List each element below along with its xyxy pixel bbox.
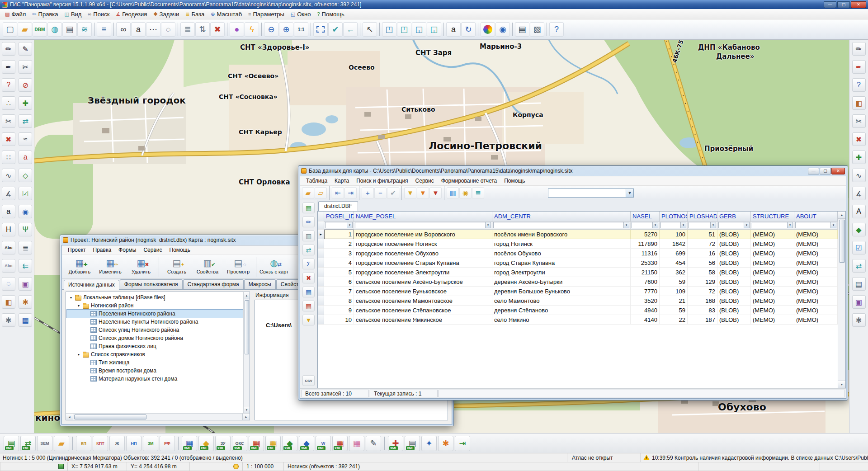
maximize-button[interactable]: ▢ [837,1,850,8]
tree-item[interactable]: Права физических лиц [67,342,250,350]
scroll-up-icon[interactable]: ▴ [244,292,250,299]
r-text-icon[interactable]: A [852,205,866,218]
view-ne-icon[interactable]: ◳ [382,22,396,37]
scale-indicator[interactable]: 1 : 100 000 [242,462,284,471]
menu-item-tasks[interactable]: ✱Задачи [150,10,182,19]
zoom-out-icon[interactable]: ⊖ [264,22,278,37]
add-record-icon[interactable]: + [362,187,374,199]
r-cut-icon[interactable]: ✂ [852,114,866,128]
filter-combobox[interactable]: ▾ [752,222,793,228]
menu-item[interactable]: Формы [115,246,139,254]
pointer-icon[interactable]: ↖ [363,22,377,37]
expander-icon[interactable]: ▾ [69,296,73,300]
clear-selection-icon[interactable]: ✖ [210,22,225,37]
delete-object-icon[interactable]: ✖ [2,132,15,146]
first-record-icon[interactable]: ⇤ [332,187,344,199]
tree-item[interactable]: ▾Список справочников [67,350,250,358]
scale-1-1-icon[interactable]: 1:1 [294,22,308,37]
notes-icon[interactable]: ✎ [366,436,381,451]
table-row[interactable]: 2городское поселение Ногинскгород Ногинс… [318,239,845,249]
new-map-icon[interactable]: ▢ [3,22,17,37]
layers-icon[interactable]: ≋ [77,22,92,37]
refresh-icon[interactable]: ↻ [461,22,476,37]
view-nw-icon[interactable]: ◰ [397,22,411,37]
tab-2[interactable]: Стандартная форма [183,279,244,289]
menu-item[interactable]: Поиск и фильтрация [353,177,411,185]
close-table-icon[interactable]: ▱ [315,187,327,199]
menu-item-options[interactable]: ≡Параметры [245,10,288,19]
add-object-icon[interactable]: ✚ [19,96,32,110]
menu-item-file[interactable]: ▤Файл [2,10,29,19]
delete-record-icon[interactable]: − [374,187,387,199]
quick-task-icon[interactable]: ϟ [245,22,259,37]
label-text-icon[interactable]: a [446,22,461,37]
r-pen-red-icon[interactable]: ✒ [852,60,866,74]
scroll-down-icon[interactable]: ▾ [838,381,845,388]
tree-item[interactable]: Населенные пункты Ногинского района [67,318,250,326]
open-database-icon[interactable]: DBM [33,22,47,37]
sem-editor-icon[interactable]: SEM [37,436,52,451]
color-search-icon[interactable]: ◉ [495,22,510,37]
filter-combobox[interactable]: ▾ [493,222,629,228]
tree-item[interactable]: Материал наружных стен дома [67,375,250,383]
properties-button[interactable]: ▥✔Свойства [193,256,222,278]
tree-item[interactable]: ▾Локальные таблицы [dBase files] [67,293,250,301]
image-icon[interactable]: ▣ [19,277,32,291]
filter-combobox[interactable]: ▾ [718,222,750,228]
print-region-icon[interactable]: ▧ [530,22,544,37]
oks-xml-icon[interactable]: ОКСXML [232,436,247,451]
column-header-adm_centr[interactable]: ADM_CENTR [492,212,631,221]
db-window-titlebar[interactable]: База данных для карты - C:\Users\Public\… [300,166,846,176]
menu-item-scale[interactable]: ⊕Масштаб [208,10,245,19]
table-row[interactable]: 3городское поселение Обуховопосёлок Обух… [318,249,845,258]
r-add-icon[interactable]: ✚ [852,151,866,164]
db-close-button[interactable]: ✕ [831,168,845,174]
tree-item[interactable]: Список домов Ногинского района [67,334,250,342]
object-list-icon[interactable]: ≣ [180,22,195,37]
tree-vertical-scrollbar[interactable]: ▴ ▾ [243,292,250,413]
menu-item-edit[interactable]: ✏Правка [29,10,61,19]
delete-button[interactable]: ▦✖Удалить [126,256,156,278]
menu-item[interactable]: Карта [331,177,352,185]
tab-0[interactable]: Источники данных [64,280,119,290]
table-edit-icon[interactable]: ✏ [302,217,315,227]
table-sum-icon[interactable]: Σ [302,259,315,269]
edit-button[interactable]: ▦✏Изменить [95,256,125,278]
kpt-icon[interactable]: КПТ [93,436,108,451]
r-angle-icon[interactable]: ∡ [852,187,866,200]
tab-1[interactable]: Формы пользователя [120,279,183,289]
menu-item-search[interactable]: ∞Поиск [85,10,113,19]
legend-icon[interactable]: ≡ [97,22,111,37]
r-check-icon[interactable]: ☑ [852,241,866,254]
columns-icon[interactable]: ▥ [447,187,459,199]
cut-object-icon[interactable]: ✂ [2,114,15,128]
cut2-icon[interactable]: ✂ [19,60,32,74]
compass-icon[interactable]: ✦ [421,436,437,451]
undo-selection-icon[interactable]: ← [343,22,358,37]
r-pencil-icon[interactable]: ✏ [852,42,866,56]
check-grid-icon[interactable]: ☑ [19,187,32,200]
view-se-icon[interactable]: ◲ [427,22,441,37]
print-map-icon[interactable]: ▤ [515,22,529,37]
print-icon[interactable]: ▤ [62,22,77,37]
scrollbar-thumb[interactable] [74,414,146,419]
r-image-icon[interactable]: ▣ [852,295,866,309]
menu-item-geodesy[interactable]: ∡Геодезия [113,10,150,19]
expander-icon[interactable]: ▾ [76,304,81,308]
table-row[interactable]: 8сельское поселение Мамонтовскоесело Мам… [318,296,845,306]
scrollbar-thumb[interactable] [245,300,249,354]
medical-xml-icon[interactable]: ✚XML [388,436,403,451]
scroll-up-icon[interactable]: ▴ [838,212,845,219]
xml-parcel-icon[interactable]: ◆XML [198,436,214,451]
w-xml-icon[interactable]: WXML [316,436,331,451]
table-row[interactable]: 4городское поселение Старая Купавнагород… [318,258,845,268]
tree-item[interactable]: Поселения Ногинского района [67,310,250,318]
inspect-icon[interactable]: ◉ [19,205,32,218]
samples-icon[interactable]: ∴ [2,96,15,110]
highlight-icon[interactable]: ◉ [459,187,472,199]
table-row[interactable]: 10сельское поселение Ямкинскоесело Ямкин… [318,315,845,325]
erase-icon[interactable]: ⊘ [19,78,32,92]
np-icon[interactable]: НП [126,436,142,451]
close-button[interactable]: ✕ [851,1,866,8]
import-folder-icon[interactable]: ▰ [54,436,69,451]
